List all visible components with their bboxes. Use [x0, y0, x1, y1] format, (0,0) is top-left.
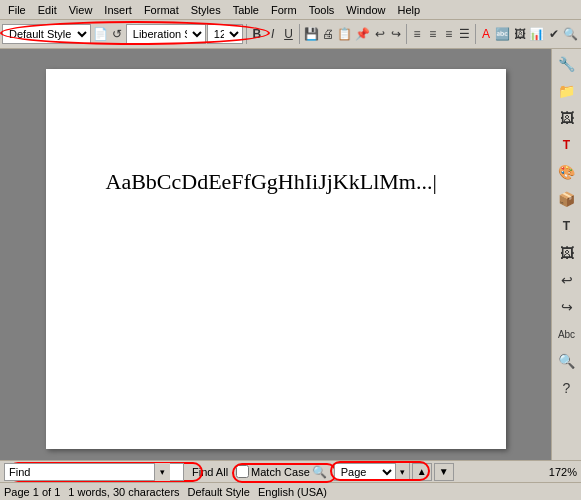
toolbar-underline[interactable]: U [281, 23, 296, 45]
word-info: 1 words, 30 characters [68, 486, 179, 498]
style-selector[interactable]: Default Style [2, 24, 91, 44]
menu-edit[interactable]: Edit [32, 2, 63, 18]
menu-help[interactable]: Help [391, 2, 426, 18]
language-info: English (USA) [258, 486, 327, 498]
sidebar-icon-color[interactable]: 🎨 [554, 159, 580, 185]
toolbar-btn-2[interactable]: ↺ [110, 23, 125, 45]
page-selector[interactable]: Page [335, 465, 395, 479]
find-all-button[interactable]: Find All [187, 464, 233, 480]
find-dropdown-btn[interactable]: ▾ [154, 463, 170, 481]
toolbar-save[interactable]: 💾 [303, 23, 320, 45]
menu-styles[interactable]: Styles [185, 2, 227, 18]
document-area[interactable]: AaBbCcDdEeFfGgHhIiJjKkLlMm... [0, 49, 551, 460]
page-info: Page 1 of 1 [4, 486, 60, 498]
find-input[interactable] [34, 464, 154, 480]
separator-1 [246, 24, 247, 44]
sidebar-icon-text[interactable]: T [554, 213, 580, 239]
toolbar-spell[interactable]: ✔ [546, 23, 561, 45]
zoom-level: 172% [549, 466, 577, 478]
find-bar: Find ▾ Find All Match Case 🔍 Page ▾ ▲ ▼ [4, 463, 545, 481]
separator-2 [299, 24, 300, 44]
sidebar-icon-help[interactable]: ? [554, 375, 580, 401]
sidebar-icon-undo2[interactable]: ↩ [554, 267, 580, 293]
menu-format[interactable]: Format [138, 2, 185, 18]
separator-4 [475, 24, 476, 44]
document-page: AaBbCcDdEeFfGgHhIiJjKkLlMm... [46, 69, 506, 449]
sidebar-icon-search[interactable]: 🔍 [554, 348, 580, 374]
match-case-label: Match Case [251, 466, 310, 478]
sidebar-icon-abc[interactable]: Abc [554, 321, 580, 347]
menu-window[interactable]: Window [340, 2, 391, 18]
sidebar-icon-redo2[interactable]: ↪ [554, 294, 580, 320]
font-selector[interactable]: Liberation Serif [126, 24, 206, 44]
right-sidebar: 🔧 📁 🖼 T 🎨 📦 T 🖼 ↩ ↪ Abc 🔍 ? [551, 49, 581, 460]
sidebar-icon-gallery[interactable]: 🖼 [554, 105, 580, 131]
toolbar-redo[interactable]: ↪ [388, 23, 403, 45]
toolbar-align-left[interactable]: ≡ [410, 23, 425, 45]
separator-3 [406, 24, 407, 44]
toolbar-btn-1[interactable]: 📄 [92, 23, 109, 45]
toolbar-paste[interactable]: 📌 [354, 23, 371, 45]
match-case-checkbox[interactable] [236, 465, 249, 478]
find-input-wrap: Find ▾ [4, 463, 184, 481]
page-text: AaBbCcDdEeFfGgHhIiJjKkLlMm... [106, 169, 446, 195]
toolbar-justify[interactable]: ☰ [457, 23, 472, 45]
toolbar-insert-image[interactable]: 🖼 [512, 23, 527, 45]
toolbar-font-color[interactable]: A [479, 23, 494, 45]
page-dropdown-btn[interactable]: ▾ [395, 463, 409, 481]
toolbar-container: Default Style 📄 ↺ Liberation Serif 12 B … [0, 20, 581, 49]
toolbar-undo[interactable]: ↩ [372, 23, 387, 45]
page-select-wrap: Page ▾ [334, 463, 410, 481]
toolbar-align-right[interactable]: ≡ [441, 23, 456, 45]
toolbar-align-center[interactable]: ≡ [425, 23, 440, 45]
match-case-icon: 🔍 [312, 465, 327, 479]
toolbar-italic[interactable]: I [265, 23, 280, 45]
toolbar-print[interactable]: 🖨 [321, 23, 336, 45]
toolbar-copy[interactable]: 📋 [336, 23, 353, 45]
toolbar-highlight[interactable]: 🔤 [494, 23, 511, 45]
size-selector[interactable]: 12 [207, 24, 243, 44]
document-text: AaBbCcDdEeFfGgHhIiJjKkLlMm... [106, 169, 433, 194]
find-label: Find [5, 466, 34, 478]
toolbar-row-1: Default Style 📄 ↺ Liberation Serif 12 B … [0, 20, 581, 48]
style-info: Default Style [188, 486, 250, 498]
sidebar-icon-properties[interactable]: 🔧 [554, 51, 580, 77]
bottom-status: Page 1 of 1 1 words, 30 characters Defau… [0, 482, 581, 500]
menu-bar: File Edit View Insert Format Styles Tabl… [0, 0, 581, 20]
nav-next-btn[interactable]: ▼ [434, 463, 454, 481]
menu-view[interactable]: View [63, 2, 99, 18]
menu-form[interactable]: Form [265, 2, 303, 18]
toolbar-insert-table[interactable]: 📊 [528, 23, 545, 45]
menu-tools[interactable]: Tools [303, 2, 341, 18]
nav-prev-btn[interactable]: ▲ [412, 463, 432, 481]
menu-insert[interactable]: Insert [98, 2, 138, 18]
menu-file[interactable]: File [2, 2, 32, 18]
sidebar-icon-fontcolor[interactable]: T [554, 132, 580, 158]
toolbar-find[interactable]: 🔍 [562, 23, 579, 45]
menu-table[interactable]: Table [227, 2, 265, 18]
sidebar-icon-package[interactable]: 📦 [554, 186, 580, 212]
main-area: AaBbCcDdEeFfGgHhIiJjKkLlMm... 🔧 📁 🖼 T 🎨 … [0, 49, 581, 460]
status-right: 172% [549, 466, 577, 478]
toolbar-bold[interactable]: B [249, 23, 264, 45]
sidebar-icon-image2[interactable]: 🖼 [554, 240, 580, 266]
sidebar-icon-styles[interactable]: 📁 [554, 78, 580, 104]
cursor [432, 169, 436, 194]
status-bar: Find ▾ Find All Match Case 🔍 Page ▾ ▲ ▼ [0, 460, 581, 482]
